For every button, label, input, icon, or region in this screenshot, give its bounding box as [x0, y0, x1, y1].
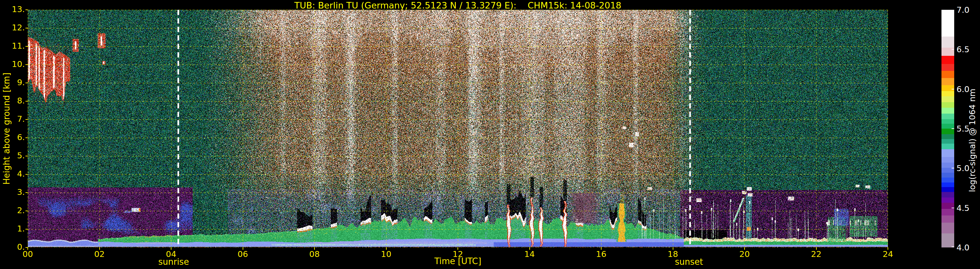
- colorbar-tick-label: 7.0: [956, 5, 970, 15]
- y-tick-label: 9.: [2, 78, 25, 87]
- x-tick-label: 00: [22, 250, 33, 259]
- sunrise-label: sunrise: [158, 257, 189, 267]
- y-tick-label: 8.: [2, 96, 25, 105]
- y-tick-mark: [25, 156, 28, 156]
- colorbar-segment: [942, 162, 954, 168]
- ceilometer-quicklook: TUB: Berlin TU (Germany; 52.5123 N / 13.…: [0, 0, 980, 269]
- x-tick-mark: [171, 247, 172, 250]
- y-tick-label: 3.: [2, 187, 25, 197]
- y-tick-mark: [25, 83, 28, 83]
- x-tick-label: 06: [238, 250, 248, 259]
- x-tick-mark: [99, 247, 100, 250]
- colorbar-segment: [942, 91, 954, 96]
- y-tick-mark: [25, 192, 28, 193]
- y-tick-mark: [25, 137, 28, 138]
- y-tick-label: 1.: [2, 224, 25, 233]
- colorbar-segment: [942, 108, 954, 114]
- colorbar-segment: [942, 157, 954, 162]
- x-tick-label: 14: [525, 250, 535, 259]
- colorbar-label: log(rc-signal) @ 1064 nm: [967, 89, 977, 192]
- colorbar-segment: [942, 119, 954, 124]
- y-tick-label: 10.: [2, 59, 25, 69]
- sunset-label: sunset: [675, 257, 703, 267]
- colorbar-segment: [942, 56, 954, 64]
- x-tick-mark: [816, 247, 817, 250]
- colorbar-segment: [942, 192, 954, 197]
- y-tick-label: 13.: [2, 5, 25, 14]
- colorbar-segment: [942, 134, 954, 139]
- y-tick-mark: [25, 101, 28, 102]
- y-tick-label: 4.: [2, 169, 25, 178]
- x-tick-mark: [673, 247, 673, 250]
- y-tick-label: 11.: [2, 41, 25, 51]
- colorbar-tick-mark: [951, 128, 954, 129]
- colorbar-tick-mark: [951, 168, 954, 169]
- y-tick-mark: [25, 229, 28, 229]
- page-title: TUB: Berlin TU (Germany; 52.5123 N / 13.…: [28, 0, 888, 10]
- colorbar-segment: [942, 183, 954, 187]
- colorbar-segment: [942, 223, 954, 233]
- colorbar-segment: [942, 114, 954, 119]
- x-tick-label: 02: [94, 250, 105, 259]
- colorbar-segment: [942, 178, 954, 183]
- y-tick-label: 6.: [2, 132, 25, 142]
- colorbar-segment: [942, 37, 954, 48]
- y-tick-mark: [25, 10, 28, 10]
- x-tick-label: 10: [381, 250, 391, 259]
- colorbar-segment: [942, 187, 954, 192]
- colorbar-segment: [942, 197, 954, 203]
- colorbar-tick-label: 6.5: [956, 45, 970, 54]
- y-tick-mark: [25, 28, 28, 29]
- colorbar-tick-mark: [951, 10, 954, 10]
- x-tick-mark: [744, 247, 745, 250]
- y-tick-mark: [25, 64, 28, 65]
- x-axis-label: Time [UTC]: [434, 256, 481, 266]
- colorbar-tick-label: 4.5: [956, 203, 970, 213]
- x-tick-mark: [601, 247, 601, 250]
- x-tick-mark: [529, 247, 530, 250]
- colorbar-segment: [942, 102, 954, 107]
- y-tick-label: 2.: [2, 206, 25, 215]
- colorbar-tick-label: 4.0: [956, 243, 970, 252]
- y-tick-label: 0.: [2, 242, 25, 252]
- y-tick-label: 5.: [2, 151, 25, 160]
- x-tick-label: 08: [309, 250, 320, 259]
- colorbar-segment: [942, 64, 954, 71]
- y-tick-mark: [25, 46, 28, 47]
- y-axis-label: Height above ground [km]: [2, 72, 11, 185]
- colorbar-segment: [942, 139, 954, 144]
- colorbar-segment: [942, 10, 954, 37]
- y-tick-mark: [25, 174, 28, 175]
- colorbar-tick-mark: [951, 89, 954, 89]
- y-tick-mark: [25, 119, 28, 120]
- colorbar-segment: [942, 144, 954, 149]
- colorbar-segment: [942, 96, 954, 102]
- colorbar-tick-mark: [951, 49, 954, 49]
- x-tick-label: 22: [811, 250, 822, 259]
- x-tick-label: 24: [883, 250, 893, 259]
- x-tick-label: 20: [739, 250, 750, 259]
- x-tick-mark: [243, 247, 243, 250]
- colorbar-segment: [942, 215, 954, 223]
- colorbar-segment: [942, 149, 954, 158]
- colorbar-tick-mark: [951, 208, 954, 208]
- colorbar-segment: [942, 233, 954, 247]
- x-tick-mark: [27, 247, 28, 250]
- colorbar-segment: [942, 209, 954, 215]
- ceilometer-heatmap: [28, 10, 888, 247]
- colorbar-segment: [942, 85, 954, 91]
- colorbar-segment: [942, 173, 954, 178]
- colorbar-segment: [942, 78, 954, 85]
- y-tick-label: 12.: [2, 23, 25, 32]
- x-tick-label: 16: [596, 250, 606, 259]
- x-tick-mark: [458, 247, 458, 250]
- x-tick-mark: [314, 247, 315, 250]
- colorbar-tick-mark: [951, 247, 954, 247]
- x-tick-mark: [888, 247, 888, 250]
- colorbar-segment: [942, 129, 954, 134]
- x-tick-mark: [386, 247, 387, 250]
- colorbar-segment: [942, 71, 954, 78]
- y-tick-mark: [25, 210, 28, 211]
- y-tick-label: 7.: [2, 114, 25, 124]
